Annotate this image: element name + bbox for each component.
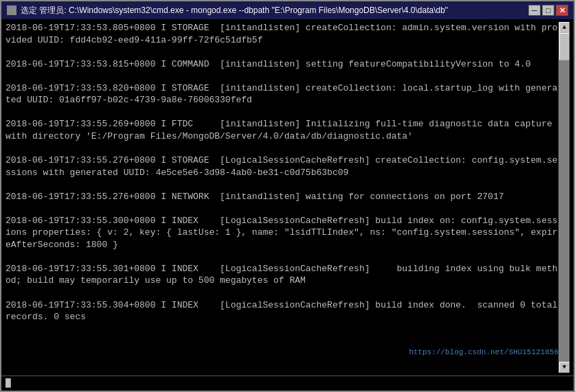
log-line: 2018-06-19T17:33:55.276+0800 I STORAGE [… (5, 154, 559, 178)
cursor-icon: █ (5, 378, 11, 389)
watermark: https://blog.csdn.net/SHU15121856 (409, 348, 559, 356)
window: ■ 选定 管理员: C:\Windows\system32\cmd.exe - … (0, 0, 575, 392)
title-bar-title: 选定 管理员: C:\Windows\system32\cmd.exe - mo… (21, 5, 448, 16)
scrollbar-thumb[interactable] (559, 33, 570, 60)
close-button[interactable]: ✕ (556, 5, 568, 16)
log-line: 2018-06-19T17:33:55.269+0800 I FTDC [ini… (5, 118, 559, 142)
log-line: 2018-06-19T17:33:55.300+0800 I INDEX [Lo… (5, 215, 559, 251)
log-line: 2018-06-19T17:33:53.820+0800 I STORAGE [… (5, 82, 559, 106)
minimize-button[interactable]: ─ (528, 5, 541, 16)
log-line: 2018-06-19T17:33:55.276+0800 I NETWORK [… (5, 191, 559, 203)
bottom-bar: █ (1, 376, 574, 391)
console-body: 2018-06-19T17:33:53.805+0800 I STORAGE [… (1, 19, 574, 376)
title-bar: ■ 选定 管理员: C:\Windows\system32\cmd.exe - … (1, 1, 574, 19)
scrollbar-track (559, 33, 570, 362)
cursor-line: █ (5, 378, 11, 389)
maximize-button[interactable]: □ (542, 5, 554, 16)
log-line: 2018-06-19T17:33:53.805+0800 I STORAGE [… (5, 22, 559, 46)
scroll-down-button[interactable]: ▼ (559, 362, 570, 373)
log-line: 2018-06-19T17:33:55.301+0800 I INDEX [Lo… (5, 263, 559, 287)
title-bar-left: ■ 选定 管理员: C:\Windows\system32\cmd.exe - … (7, 5, 448, 16)
log-line: 2018-06-19T17:33:55.304+0800 I INDEX [Lo… (5, 299, 559, 323)
title-bar-controls: ─ □ ✕ (528, 5, 568, 16)
scrollbar[interactable]: ▲ ▼ (559, 22, 570, 373)
console-content: 2018-06-19T17:33:53.805+0800 I STORAGE [… (5, 22, 559, 373)
log-line: 2018-06-19T17:33:53.815+0800 I COMMAND [… (5, 58, 559, 71)
window-icon: ■ (7, 5, 16, 15)
scroll-up-button[interactable]: ▲ (559, 22, 570, 33)
